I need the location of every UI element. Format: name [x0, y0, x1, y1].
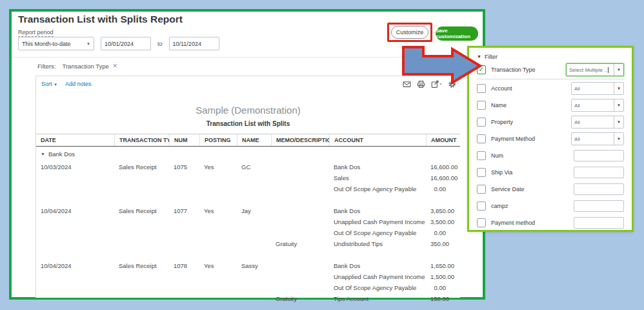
cell-amount: 0.00: [426, 282, 460, 293]
report-period-label: Report period: [18, 29, 54, 37]
filter-select[interactable]: Select Multiple ..▼: [566, 63, 624, 76]
header-divider: [12, 57, 483, 57]
transaction: 10/03/2024Sales Receipt1075YesGCBank Dos…: [36, 161, 460, 194]
cell-date: [36, 227, 114, 238]
filter-select-value: Select Multiple ..: [567, 64, 614, 76]
cell-num: [169, 216, 199, 227]
filter-checkbox[interactable]: [477, 84, 486, 93]
filter-checkbox[interactable]: [477, 185, 486, 194]
filter-checkbox[interactable]: [477, 101, 486, 110]
cell-account: Undistributed Tips: [329, 238, 426, 249]
report-window: Transaction List with Splits Report Repo…: [9, 9, 485, 300]
table-row: Sales16,600.00: [36, 172, 460, 183]
filter-row: PropertyAll▼: [477, 114, 624, 130]
table-row: 10/04/2024Sales Receipt1078YesSassyBank …: [36, 260, 460, 271]
cell-posting: [199, 216, 237, 227]
save-customization-button[interactable]: Save customization: [436, 26, 478, 41]
filter-panel-header[interactable]: ▼ Filter: [477, 52, 624, 61]
sort-menu[interactable]: Sort ▼: [41, 81, 57, 87]
cell-account: Sales: [329, 172, 426, 183]
filter-row: Ship Via: [477, 164, 624, 181]
filter-label: Transaction Type: [491, 67, 566, 73]
filter-chip-close-icon[interactable]: ×: [113, 63, 117, 69]
checkmark-icon: ✓: [479, 67, 484, 73]
cell-type: [114, 216, 169, 227]
filter-checkbox[interactable]: [477, 168, 486, 177]
filter-input[interactable]: [574, 150, 624, 161]
cell-account: Tips Account: [329, 293, 426, 304]
cell-type: Sales Receipt: [114, 161, 169, 172]
filter-select[interactable]: All▼: [571, 99, 624, 112]
cell-num: [169, 183, 199, 194]
cell-amount: 150.00: [426, 293, 460, 304]
date-to-input[interactable]: 10/11/2024: [169, 37, 219, 50]
report-content: Sort ▼ Add notes Sample (Demonstration) …: [35, 76, 460, 298]
cell-account: Unapplied Cash Payment Income: [329, 271, 426, 282]
cell-account: Out Of Scope Agency Payable: [329, 227, 426, 238]
cell-type: Sales Receipt: [114, 205, 169, 216]
email-icon[interactable]: [403, 80, 411, 88]
cell-name: [237, 282, 271, 293]
table-row: Unapplied Cash Payment Income1,500.00: [36, 271, 460, 282]
print-icon[interactable]: [417, 80, 425, 88]
filter-label: Account: [491, 85, 571, 92]
cell-name: [237, 172, 271, 183]
filter-checkbox[interactable]: [477, 202, 486, 211]
cell-memo: [271, 172, 329, 183]
group-row[interactable]: ▼Bank Dos: [36, 144, 460, 159]
table-row: 10/04/2024Sales Receipt1077YesJayBank Do…: [36, 205, 460, 216]
cell-type: [114, 293, 169, 304]
date-to-value: 10/11/2024: [173, 41, 201, 47]
cell-num: 1077: [169, 205, 199, 216]
filter-row: Num: [477, 147, 624, 164]
filter-chip[interactable]: Transaction Type: [63, 63, 109, 70]
filter-checkbox[interactable]: [477, 151, 486, 160]
company-name: Sample (Demonstration): [36, 105, 460, 116]
cell-amount: 0.00: [426, 227, 460, 238]
chevron-down-icon[interactable]: ▼: [614, 116, 623, 128]
filter-checkbox[interactable]: ✓: [477, 65, 486, 74]
filter-input[interactable]: [574, 200, 624, 212]
export-icon[interactable]: [431, 80, 442, 88]
cell-date: [36, 172, 114, 183]
filter-checkbox[interactable]: [477, 134, 486, 143]
cell-type: Sales Receipt: [114, 260, 169, 271]
cell-posting: [199, 293, 237, 304]
date-from-input[interactable]: 10/01/2024: [101, 37, 151, 50]
chevron-down-icon[interactable]: ▼: [614, 64, 623, 76]
cell-num: [169, 282, 199, 293]
cell-posting: [199, 172, 237, 183]
filter-checkbox[interactable]: [477, 218, 486, 227]
cell-num: [169, 172, 199, 183]
filter-label: Payment method: [491, 220, 574, 226]
cell-date: [36, 216, 114, 227]
filter-select[interactable]: All▼: [571, 116, 624, 129]
filter-label: campz: [491, 203, 574, 209]
filter-row: Payment MethodAll▼: [477, 130, 624, 147]
cell-date: [36, 271, 114, 282]
cell-num: [169, 227, 199, 238]
filter-select[interactable]: All▼: [571, 82, 624, 95]
filter-input[interactable]: [574, 167, 624, 178]
cell-type: [114, 238, 169, 249]
customize-button[interactable]: Customize: [391, 26, 428, 39]
filter-select[interactable]: All▼: [571, 132, 624, 145]
chevron-down-icon[interactable]: ▼: [614, 83, 623, 94]
settings-gear-icon[interactable]: [448, 80, 456, 88]
chevron-down-icon[interactable]: ▼: [614, 99, 623, 111]
chevron-down-icon: ▼: [86, 42, 90, 46]
filter-row: NameAll▼: [477, 97, 624, 114]
cell-name: [237, 183, 271, 194]
period-select[interactable]: This Month-to-date ▼: [18, 37, 94, 50]
filter-label: Ship Via: [491, 169, 574, 176]
cell-amount: 350.00: [426, 238, 460, 249]
table-row: GratuityUndistributed Tips350.00: [36, 238, 460, 249]
filter-checkbox[interactable]: [477, 118, 486, 127]
filter-input[interactable]: [574, 217, 624, 229]
chevron-down-icon[interactable]: ▼: [614, 133, 623, 145]
filter-input[interactable]: [574, 183, 624, 195]
cell-type: [114, 271, 169, 282]
add-notes-link[interactable]: Add notes: [65, 81, 92, 87]
transaction: 10/04/2024Sales Receipt1078YesSassyBank …: [36, 260, 460, 304]
cell-memo: [271, 271, 329, 282]
